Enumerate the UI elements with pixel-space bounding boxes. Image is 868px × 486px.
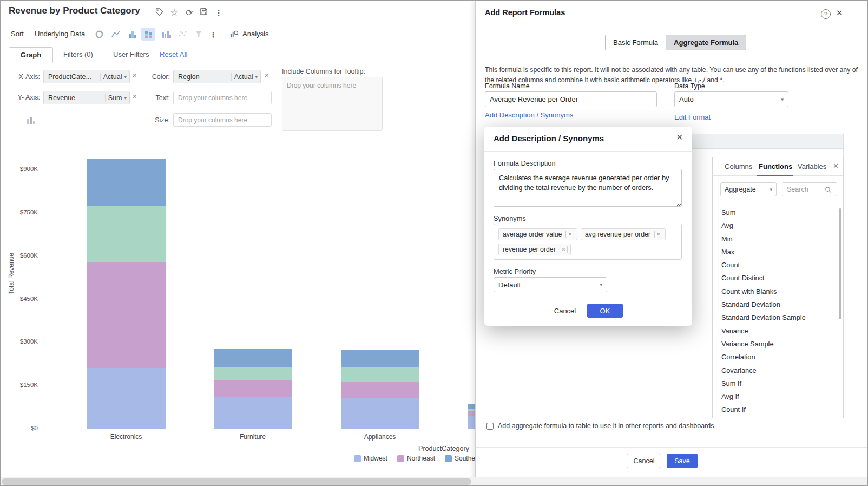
legend-item[interactable]: Midwest xyxy=(354,455,387,462)
panel-title: Add Report Formulas xyxy=(485,8,565,17)
function-item[interactable]: Standard Deviation Sample xyxy=(713,311,843,324)
bar-segment[interactable] xyxy=(87,368,166,429)
horizontal-scrollbar-thumb[interactable] xyxy=(2,478,471,485)
star-icon[interactable]: ☆ xyxy=(169,8,180,18)
horizontal-scrollbar[interactable] xyxy=(1,477,867,485)
more-chart-types-icon[interactable]: ⋮ xyxy=(208,29,219,40)
color-pill[interactable]: Region Actual▾ xyxy=(173,70,261,83)
grouped-bar-chart-type-icon[interactable] xyxy=(159,28,173,41)
panel-cancel-button[interactable]: Cancel xyxy=(627,454,661,468)
tab-graph[interactable]: Graph xyxy=(9,47,53,63)
bar-segment[interactable] xyxy=(87,206,166,262)
size-drop-input[interactable] xyxy=(173,113,272,127)
scatter-chart-type-icon[interactable] xyxy=(175,28,189,41)
pie-chart-type-icon[interactable] xyxy=(92,28,106,41)
y-tick-label: $150K xyxy=(5,382,38,388)
function-item[interactable]: Min xyxy=(713,233,843,246)
function-item[interactable]: Count Distinct xyxy=(713,272,843,285)
function-search[interactable] xyxy=(782,182,837,196)
bar-segment[interactable] xyxy=(341,382,419,398)
function-item[interactable]: Avg xyxy=(713,219,843,232)
helper-tab-columns[interactable]: Columns xyxy=(725,162,752,170)
x-axis-aggregation-dropdown[interactable]: Actual▾ xyxy=(100,73,129,81)
function-item[interactable]: Variance xyxy=(713,325,843,338)
function-item[interactable]: Sum If xyxy=(713,377,843,390)
tab-filters[interactable]: Filters (0) xyxy=(63,50,93,58)
modal-cancel-button[interactable]: Cancel xyxy=(548,304,582,318)
underlying-data-button[interactable]: Underlying Data xyxy=(31,28,88,40)
function-search-input[interactable] xyxy=(786,185,825,194)
basic-formula-tab[interactable]: Basic Formula xyxy=(605,35,666,50)
function-item[interactable]: Count If xyxy=(713,403,843,416)
aggregate-formula-tab[interactable]: Aggregate Formula xyxy=(666,35,746,50)
tooltip-dropzone[interactable]: Drop your columns here xyxy=(282,77,383,131)
legend-item[interactable]: Northeast xyxy=(397,455,435,462)
helper-scrollbar-thumb[interactable] xyxy=(839,208,841,319)
analysis-button[interactable]: Analysis xyxy=(239,28,272,40)
remove-x-axis-icon[interactable]: ✕ xyxy=(132,72,137,79)
function-item[interactable]: Sum xyxy=(713,206,843,219)
add-to-table-checkbox-row[interactable]: Add aggregate formula to table to use it… xyxy=(486,422,716,430)
helper-tab-variables[interactable]: Variables xyxy=(798,162,826,170)
edit-format-link[interactable]: Edit Format xyxy=(674,113,711,121)
function-item[interactable]: Covariance xyxy=(713,364,843,377)
formula-info-text: This formula is specific to this report.… xyxy=(485,65,860,85)
remove-synonym-icon[interactable]: ✕ xyxy=(654,231,663,238)
data-type-label: Data Type xyxy=(674,82,705,90)
legend-swatch xyxy=(445,455,452,462)
bar-segment[interactable] xyxy=(87,262,166,369)
function-item[interactable]: Count xyxy=(713,259,843,272)
tab-user-filters[interactable]: User Filters xyxy=(113,50,149,58)
formula-name-input[interactable] xyxy=(485,91,657,107)
add-to-table-checkbox[interactable] xyxy=(486,423,494,430)
function-item[interactable]: Variance Sample xyxy=(713,338,843,351)
function-category-select[interactable]: Aggregate ▾ xyxy=(720,182,777,196)
tag-icon[interactable] xyxy=(154,8,165,18)
close-helper-icon[interactable]: ✕ xyxy=(833,162,839,170)
remove-color-icon[interactable]: ✕ xyxy=(264,72,269,79)
y-axis-aggregation-dropdown[interactable]: Sum▾ xyxy=(105,94,129,102)
bar-segment[interactable] xyxy=(87,159,166,206)
funnel-chart-type-icon[interactable] xyxy=(192,28,206,41)
y-tick-label: $750K xyxy=(5,209,38,215)
bar-segment[interactable] xyxy=(214,380,292,397)
bar-segment[interactable] xyxy=(341,398,419,429)
close-panel-icon[interactable]: ✕ xyxy=(836,8,843,18)
kebab-icon[interactable]: ⋮ xyxy=(213,8,224,18)
x-axis-pill[interactable]: ProductCate... Actual▾ xyxy=(43,70,130,83)
remove-synonym-icon[interactable]: ✕ xyxy=(565,231,574,238)
text-drop-input[interactable] xyxy=(173,91,272,104)
y-tick-label: $0 xyxy=(5,425,38,431)
function-item[interactable]: Avg If xyxy=(713,390,843,403)
close-modal-icon[interactable]: ✕ xyxy=(676,132,683,142)
modal-ok-button[interactable]: OK xyxy=(587,304,623,318)
formula-description-textarea[interactable]: Calculates the average revenue generated… xyxy=(494,169,682,207)
help-icon[interactable]: ? xyxy=(821,9,831,19)
bar-segment[interactable] xyxy=(341,350,419,367)
sort-button[interactable]: Sort xyxy=(8,28,27,40)
reset-all-link[interactable]: Reset All xyxy=(160,50,187,58)
bar-segment[interactable] xyxy=(341,367,419,382)
synonyms-box[interactable]: average order value✕avg revenue per orde… xyxy=(494,224,682,260)
y-axis-pill[interactable]: Revenue Sum▾ xyxy=(43,91,130,104)
function-item[interactable]: Max xyxy=(713,246,843,259)
add-description-synonyms-link[interactable]: Add Description / Synonyms xyxy=(485,111,573,119)
save-icon[interactable] xyxy=(198,8,209,18)
refresh-icon[interactable]: ⟳ xyxy=(184,8,195,18)
bar-chart-type-icon[interactable] xyxy=(126,28,140,41)
function-item[interactable]: Correlation xyxy=(713,351,843,364)
function-item[interactable]: Count with Blanks xyxy=(713,285,843,298)
line-chart-type-icon[interactable] xyxy=(109,28,123,41)
remove-y-axis-icon[interactable]: ✕ xyxy=(132,93,137,100)
helper-tab-functions[interactable]: Functions xyxy=(759,162,792,170)
color-aggregation-dropdown[interactable]: Actual▾ xyxy=(231,73,260,81)
metric-priority-select[interactable]: Default ▾ xyxy=(494,277,607,292)
data-type-select[interactable]: Auto ▾ xyxy=(674,91,788,107)
function-item[interactable]: Standard Deviation xyxy=(713,298,843,311)
bar-segment[interactable] xyxy=(214,397,292,429)
stacked-bar-chart-type-icon[interactable] xyxy=(141,28,155,41)
panel-save-button[interactable]: Save xyxy=(667,454,698,468)
remove-synonym-icon[interactable]: ✕ xyxy=(560,246,568,253)
bar-segment[interactable] xyxy=(214,367,292,380)
bar-segment[interactable] xyxy=(214,349,292,367)
